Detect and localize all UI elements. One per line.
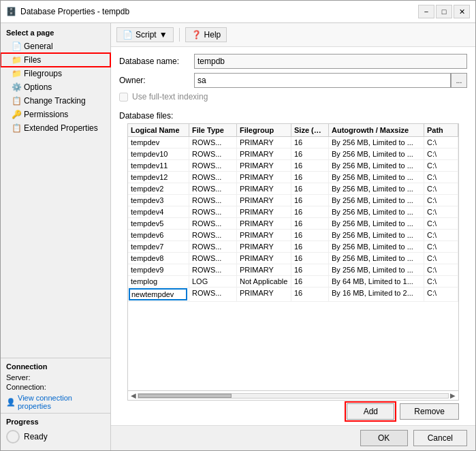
th-path: Path: [424, 124, 458, 136]
script-icon: 📄: [123, 30, 133, 40]
path-cell: C:\: [424, 287, 458, 301]
table-row[interactable]: tempdev6 ROWS... PRIMARY 16 By 256 MB, L…: [128, 230, 458, 241]
table-row[interactable]: tempdev3 ROWS... PRIMARY 16 By 256 MB, L…: [128, 195, 458, 206]
table-row[interactable]: tempdev5 ROWS... PRIMARY 16 By 256 MB, L…: [128, 218, 458, 230]
sidebar-item-filegroups[interactable]: 📁 Filegroups: [1, 67, 110, 80]
filegroup-cell: PRIMARY: [237, 230, 291, 240]
filegroup-cell: PRIMARY: [237, 241, 291, 252]
filetype-cell: LOG: [189, 276, 237, 287]
owner-input[interactable]: [194, 73, 451, 88]
ok-button[interactable]: OK: [360, 430, 408, 446]
table-row[interactable]: tempdev8 ROWS... PRIMARY 16 By 256 MB, L…: [128, 253, 458, 264]
fulltext-checkbox[interactable]: [119, 93, 128, 102]
window-icon: 🗄️: [6, 7, 16, 16]
sidebar-item-files[interactable]: 📁 Files: [1, 53, 110, 67]
logical-name-cell: templog: [128, 276, 189, 287]
sidebar-item-options[interactable]: ⚙️ Options: [1, 80, 110, 94]
sidebar-item-options-label: Options: [24, 82, 52, 92]
th-filetype: File Type: [189, 124, 237, 136]
close-button[interactable]: ✕: [454, 5, 470, 18]
help-icon: ❓: [191, 30, 202, 40]
th-filegroup: Filegroup: [237, 124, 291, 136]
help-button[interactable]: ❓ Help: [185, 27, 227, 42]
table-row[interactable]: tempdev4 ROWS... PRIMARY 16 By 256 MB, L…: [128, 206, 458, 218]
connection-header: Connection: [6, 362, 105, 371]
path-cell: C:\: [424, 183, 458, 194]
table-header: Logical Name File Type Filegroup Size (M…: [128, 124, 458, 137]
minimize-button[interactable]: −: [418, 5, 434, 18]
autogrowth-cell: By 256 MB, Limited to ...: [329, 218, 424, 229]
logical-name-cell: tempdev4: [128, 206, 189, 217]
filegroups-icon: 📁: [12, 69, 21, 78]
filetype-cell: ROWS...: [189, 183, 237, 194]
script-button[interactable]: 📄 Script ▼: [116, 27, 174, 42]
main-layout: Select a page 📄 General 📁 Files 📁 Filegr…: [1, 23, 475, 450]
size-cell: 16: [291, 195, 329, 206]
logical-name-cell: tempdev: [128, 137, 189, 148]
autogrowth-cell: By 256 MB, Limited to ...: [329, 206, 424, 217]
logical-name-cell: tempdev3: [128, 195, 189, 206]
script-label: Script: [136, 30, 157, 40]
autogrowth-cell: By 16 MB, Limited to 2...: [329, 287, 424, 301]
sidebar-spacer: [1, 135, 110, 358]
scrollbar-thumb: [138, 394, 232, 398]
table-row[interactable]: tempdev11 ROWS... PRIMARY 16 By 256 MB, …: [128, 160, 458, 172]
sidebar-item-general[interactable]: 📄 General: [1, 40, 110, 53]
table-row[interactable]: tempdev12 ROWS... PRIMARY 16 By 256 MB, …: [128, 172, 458, 183]
db-name-input[interactable]: [194, 54, 467, 69]
filetype-cell: ROWS...: [189, 172, 237, 183]
files-table: Logical Name File Type Filegroup Size (M…: [127, 123, 459, 401]
maximize-button[interactable]: □: [436, 5, 452, 18]
general-icon: 📄: [12, 42, 21, 51]
autogrowth-cell: By 256 MB, Limited to ...: [329, 137, 424, 148]
connection-row: Connection:: [6, 383, 105, 391]
size-cell: 16: [291, 183, 329, 194]
table-row[interactable]: templog LOG Not Applicable 16 By 64 MB, …: [128, 276, 458, 287]
help-label: Help: [204, 30, 221, 40]
cancel-button[interactable]: Cancel: [413, 430, 467, 446]
filegroup-cell: PRIMARY: [237, 253, 291, 264]
table-row[interactable]: tempdev9 ROWS... PRIMARY 16 By 256 MB, L…: [128, 264, 458, 276]
scroll-right-icon[interactable]: ▶: [449, 392, 457, 399]
table-row[interactable]: tempdev7 ROWS... PRIMARY 16 By 256 MB, L…: [128, 241, 458, 253]
view-connection-link[interactable]: 👤 View connection properties: [6, 394, 105, 410]
th-logical: Logical Name: [128, 124, 189, 136]
filetype-cell: ROWS...: [189, 206, 237, 217]
table-row[interactable]: tempdev ROWS... PRIMARY 16 By 256 MB, Li…: [128, 137, 458, 149]
filetype-cell: ROWS...: [189, 160, 237, 171]
add-button[interactable]: Add: [347, 403, 394, 420]
logical-name-cell: tempdev8: [128, 253, 189, 264]
sidebar-item-extended-props-label: Extended Properties: [24, 123, 98, 133]
size-cell: 16: [291, 149, 329, 159]
size-cell: 16: [291, 264, 329, 275]
sidebar-item-extended-properties[interactable]: 📋 Extended Properties: [1, 121, 110, 135]
sidebar-item-permissions[interactable]: 🔑 Permissions: [1, 108, 110, 121]
files-icon: 📁: [12, 55, 21, 65]
server-row: Server:: [6, 373, 105, 382]
filetype-cell: ROWS...: [189, 287, 237, 301]
logical-name-edit-cell[interactable]: [128, 287, 189, 301]
table-row[interactable]: tempdev2 ROWS... PRIMARY 16 By 256 MB, L…: [128, 183, 458, 195]
table-row[interactable]: ROWS... PRIMARY 16 By 16 MB, Limited to …: [128, 287, 458, 302]
path-cell: C:\: [424, 149, 458, 159]
title-bar-left: 🗄️ Database Properties - tempdb: [6, 7, 129, 16]
filegroup-cell: PRIMARY: [237, 206, 291, 217]
table-row[interactable]: tempdev10 ROWS... PRIMARY 16 By 256 MB, …: [128, 149, 458, 160]
autogrowth-cell: By 256 MB, Limited to ...: [329, 241, 424, 252]
scroll-left-icon[interactable]: ◀: [129, 392, 138, 399]
logical-name-input[interactable]: [129, 288, 187, 300]
autogrowth-cell: By 256 MB, Limited to ...: [329, 183, 424, 194]
remove-button[interactable]: Remove: [400, 403, 459, 420]
path-cell: C:\: [424, 230, 458, 240]
sidebar-item-files-label: Files: [24, 55, 41, 65]
owner-browse-button[interactable]: ...: [451, 73, 467, 88]
sidebar-item-change-tracking[interactable]: 📋 Change Tracking: [1, 94, 110, 108]
server-label: Server:: [6, 373, 54, 382]
filegroup-cell: PRIMARY: [237, 172, 291, 183]
path-cell: C:\: [424, 264, 458, 275]
progress-status: Ready: [24, 432, 48, 441]
h-scrollbar[interactable]: [138, 393, 449, 399]
db-name-label: Database name:: [119, 57, 194, 66]
connection-link-icon: 👤: [6, 398, 16, 407]
db-name-row: Database name:: [119, 54, 467, 69]
